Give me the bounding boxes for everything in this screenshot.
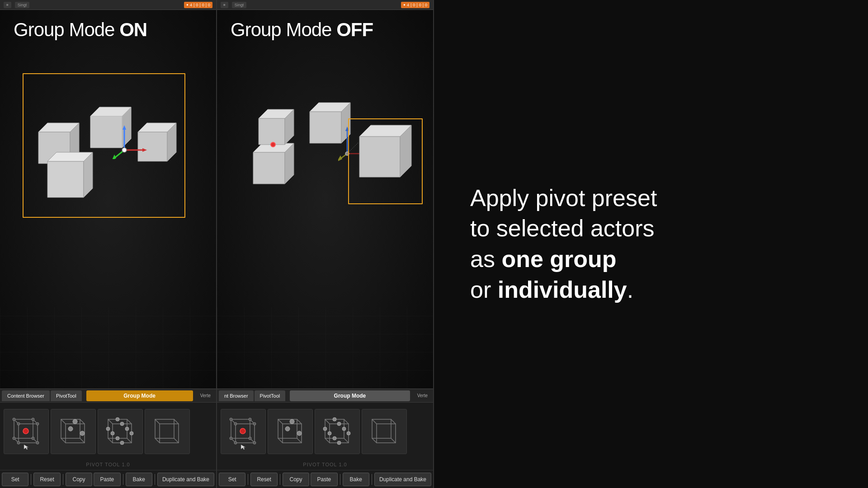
svg-line-102 bbox=[278, 419, 283, 424]
mode-label-left: Group Mode ON bbox=[14, 19, 147, 41]
set-button-middle[interactable]: Set bbox=[219, 473, 245, 486]
svg-point-107 bbox=[290, 419, 294, 424]
svg-point-57 bbox=[120, 441, 124, 445]
svg-point-122 bbox=[337, 441, 341, 445]
duplicate-bake-button-middle[interactable]: Duplicate and Bake bbox=[374, 473, 431, 486]
sep1-left bbox=[31, 474, 31, 485]
svg-point-97 bbox=[253, 441, 256, 444]
svg-point-53 bbox=[116, 436, 119, 440]
svg-marker-3 bbox=[47, 161, 84, 197]
svg-point-33 bbox=[23, 428, 28, 434]
action-buttons-middle: Set Reset Copy Paste Bake Duplicate and … bbox=[217, 470, 433, 488]
tab-pivot-tool-left[interactable]: PivotTool bbox=[51, 390, 82, 401]
svg-point-18 bbox=[122, 148, 127, 152]
pivot-tool-label-left: PIVOT TOOL 1.0 bbox=[0, 460, 216, 470]
copy-button-left[interactable]: Copy bbox=[66, 473, 92, 486]
description-line3: as one group bbox=[470, 244, 832, 275]
reset-button-middle[interactable]: Reset bbox=[250, 473, 277, 486]
sep3-middle bbox=[340, 474, 340, 485]
preset-icon-3-left[interactable] bbox=[98, 409, 143, 454]
bake-button-left[interactable]: Bake bbox=[126, 473, 152, 486]
description-line2: to selected actors bbox=[470, 213, 832, 244]
top-bar-label-left: Singt bbox=[15, 2, 30, 8]
preset-icon-4-middle[interactable] bbox=[362, 409, 407, 454]
paste-button-left[interactable]: Paste bbox=[94, 473, 120, 486]
preset-icon-4-left[interactable] bbox=[145, 409, 190, 454]
bake-button-middle[interactable]: Bake bbox=[343, 473, 369, 486]
sep2-left bbox=[63, 474, 63, 485]
reset-button-left[interactable]: Reset bbox=[33, 473, 60, 486]
svg-marker-72 bbox=[338, 155, 342, 162]
cube-back-left-off bbox=[253, 105, 298, 152]
group-mode-toggle-middle[interactable]: Group Mode bbox=[290, 390, 410, 401]
svg-point-41 bbox=[68, 427, 73, 431]
svg-point-50 bbox=[116, 418, 119, 421]
svg-line-128 bbox=[391, 438, 396, 443]
svg-line-47 bbox=[127, 419, 132, 424]
tab-content-browser-middle[interactable]: nt Browser bbox=[219, 390, 254, 401]
svg-marker-78 bbox=[259, 118, 285, 145]
svg-point-91 bbox=[249, 418, 251, 421]
action-buttons-left: Set Reset Copy Paste Bake Duplicate and … bbox=[0, 470, 216, 488]
svg-point-117 bbox=[342, 427, 346, 431]
svg-line-111 bbox=[325, 419, 330, 424]
preset-icon-2-left[interactable] bbox=[51, 409, 96, 454]
svg-line-104 bbox=[278, 438, 283, 443]
svg-marker-64 bbox=[310, 112, 341, 143]
preset-icon-1-left[interactable] bbox=[4, 409, 49, 454]
top-bar-middle: ■ Singt ● 4 | 0 | 0 | 0 bbox=[217, 0, 433, 10]
svg-point-94 bbox=[234, 422, 237, 425]
svg-line-46 bbox=[108, 419, 113, 424]
svg-line-49 bbox=[127, 438, 132, 443]
preset-icons-left bbox=[0, 403, 216, 460]
pivot-tool-label-middle: PIVOT TOOL 1.0 bbox=[217, 460, 433, 470]
viewport-left: Group Mode ON bbox=[0, 10, 216, 389]
svg-line-125 bbox=[372, 419, 377, 424]
top-bar-left: ■ Singt ● 4 | 0 | 0 | 0 bbox=[0, 0, 216, 10]
toolbar-tabs-left: Content Browser PivotTool Group Mode Ver… bbox=[0, 389, 216, 403]
svg-line-105 bbox=[297, 438, 302, 443]
svg-point-118 bbox=[333, 436, 336, 440]
svg-line-127 bbox=[372, 438, 377, 443]
svg-line-39 bbox=[61, 438, 66, 443]
svg-line-60 bbox=[155, 419, 160, 424]
tab-pivot-tool-middle[interactable]: PivotTool bbox=[255, 390, 286, 401]
svg-line-40 bbox=[80, 438, 85, 443]
top-bar-info-middle: ■ bbox=[221, 2, 228, 8]
panel-group-mode-off: ■ Singt ● 4 | 0 | 0 | 0 Group Mode OFF bbox=[217, 0, 434, 488]
svg-point-98 bbox=[240, 428, 245, 434]
toolbar-left: Content Browser PivotTool Group Mode Ver… bbox=[0, 389, 216, 488]
svg-point-54 bbox=[120, 422, 124, 426]
top-bar-badge-left: ● 4 | 0 | 0 | 0 bbox=[184, 2, 212, 8]
tab-content-browser-left[interactable]: Content Browser bbox=[2, 390, 50, 401]
svg-marker-17 bbox=[112, 155, 116, 159]
svg-point-55 bbox=[130, 432, 133, 435]
group-mode-toggle-left[interactable]: Group Mode bbox=[86, 390, 193, 401]
preset-icon-3-middle[interactable] bbox=[315, 409, 360, 454]
svg-line-37 bbox=[61, 419, 66, 424]
top-bar-badge-middle: ● 4 | 0 | 0 | 0 bbox=[401, 2, 429, 8]
description-line4: or individually. bbox=[470, 275, 832, 305]
svg-marker-81 bbox=[359, 136, 400, 177]
cube-right-off bbox=[353, 116, 423, 188]
svg-line-63 bbox=[174, 438, 179, 443]
svg-point-28 bbox=[32, 437, 34, 440]
svg-line-114 bbox=[344, 438, 349, 443]
svg-line-48 bbox=[108, 438, 113, 443]
svg-point-31 bbox=[17, 441, 20, 444]
preset-icon-1-middle[interactable] bbox=[221, 409, 266, 454]
svg-point-106 bbox=[285, 427, 290, 431]
svg-point-121 bbox=[328, 432, 331, 435]
panel-group-mode-on: ■ Singt ● 4 | 0 | 0 | 0 Group Mode ON bbox=[0, 0, 217, 488]
duplicate-bake-button-left[interactable]: Duplicate and Bake bbox=[157, 473, 214, 486]
sep3-left bbox=[123, 474, 123, 485]
sep2-middle bbox=[280, 474, 280, 485]
svg-line-113 bbox=[325, 438, 330, 443]
preset-icon-2-middle[interactable] bbox=[268, 409, 313, 454]
copy-button-middle[interactable]: Copy bbox=[283, 473, 309, 486]
set-button-left[interactable]: Set bbox=[2, 473, 28, 486]
paste-button-middle[interactable]: Paste bbox=[311, 473, 337, 486]
gizmo-left bbox=[111, 123, 147, 161]
svg-point-25 bbox=[13, 418, 15, 421]
svg-point-108 bbox=[297, 431, 302, 436]
